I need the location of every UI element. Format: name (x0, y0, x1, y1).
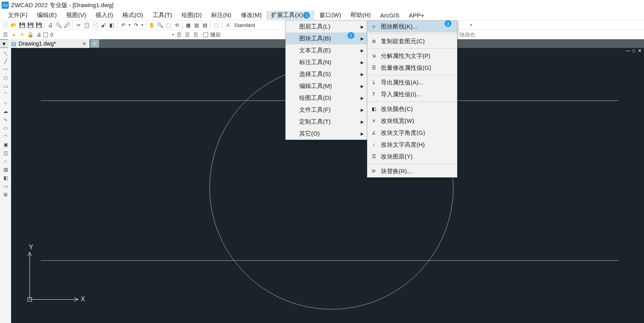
redo-drop-icon[interactable]: ▼ (140, 21, 144, 29)
submenu-change-height[interactable]: ↕改块文字高度(H) (367, 139, 457, 151)
layer-iso-icon[interactable]: ☲ (192, 31, 200, 39)
layer-mgr-icon[interactable]: ☲ (2, 31, 10, 39)
zoom-rt-icon[interactable]: 🔍 (156, 21, 164, 29)
menu-file-tools[interactable]: 文件工具(F)▶ (286, 104, 367, 116)
circle-icon[interactable]: ○ (2, 99, 9, 107)
find-icon[interactable]: 🔎 (63, 21, 71, 29)
menu-other-tools[interactable]: 其它(O)▶ (286, 128, 367, 140)
print-layer-icon[interactable]: 🖨 (35, 31, 43, 39)
zoom-prev-icon[interactable]: ⟲ (173, 21, 181, 29)
brush-icon[interactable]: 🖌 (99, 21, 107, 29)
sun-icon[interactable]: ☀ (18, 31, 26, 39)
revcloud-icon[interactable]: ☁ (2, 108, 9, 115)
menu-format[interactable]: 格式(O) (118, 11, 148, 20)
menu-edit[interactable]: 编辑(E) (32, 11, 61, 20)
arc-icon[interactable]: ⌒ (2, 91, 9, 98)
tab-menu-icon[interactable]: ▾ (0, 40, 8, 48)
maximize-icon[interactable]: □ (633, 48, 635, 55)
minimize-icon[interactable]: — (625, 48, 630, 55)
save-icon[interactable]: 💾 (18, 21, 26, 29)
redo-icon[interactable]: ↷ (132, 21, 140, 29)
saveall-icon[interactable]: 💾 (27, 21, 34, 29)
match-icon[interactable]: ◧ (108, 21, 116, 29)
plot-preview-icon[interactable]: 🔍 (55, 21, 63, 29)
table-icon[interactable]: ⊞ (2, 191, 9, 198)
submenu-copy-nested[interactable]: ⧉复制嵌套图元(C) (367, 35, 457, 47)
menu-draw[interactable]: 绘图(D) (177, 11, 206, 20)
menu-window[interactable]: 窗口(W) (315, 11, 346, 20)
layer-prev-icon[interactable]: ☲ (175, 31, 183, 39)
menu-dim[interactable]: 标注(N) (206, 11, 236, 20)
submenu-explode-attr[interactable]: ⇲分解属性为文字(P) (367, 50, 457, 62)
saveas-icon[interactable]: 💾 (35, 21, 43, 29)
pan-icon[interactable]: ✋ (148, 21, 156, 29)
spline-icon[interactable]: ∿ (2, 116, 9, 123)
submenu-block-break[interactable]: ⊹图块断线(K)...3 (367, 21, 457, 32)
open-icon[interactable]: 📂 (10, 21, 18, 29)
block-icon[interactable]: ▣ (2, 141, 9, 148)
menu-custom-tools[interactable]: 定制工具(T)▶ (286, 116, 367, 128)
menu-arcgis[interactable]: ArcGIS (375, 11, 404, 19)
menu-help[interactable]: 帮助(H) (346, 11, 375, 20)
region-icon[interactable]: ▭ (2, 183, 9, 190)
bulb-on-icon[interactable]: ● (10, 31, 18, 39)
make-block-icon[interactable]: ◫ (2, 149, 9, 157)
toolpal-icon[interactable]: ▤ (201, 21, 209, 29)
submenu-change-color[interactable]: ◧改块颜色(C) (367, 103, 457, 115)
ellipse-arc-icon[interactable]: ◠ (2, 133, 9, 140)
menu-ext-tools[interactable]: 扩展工具(X)1 (266, 11, 315, 20)
menu-edit-tools[interactable]: 编辑工具(M)▶ (286, 80, 367, 92)
menu-dim-tools[interactable]: 标注工具(N)▶ (286, 56, 367, 68)
paste-icon[interactable]: 📄 (91, 21, 99, 29)
close-icon[interactable]: ✕ (82, 41, 86, 47)
submenu-batch-attr[interactable]: ☰批量修改属性值(G) (367, 62, 457, 74)
layer-dropdown[interactable]: 0 (48, 31, 171, 38)
line-icon[interactable]: ＼ (2, 50, 9, 57)
new-icon[interactable]: 📄 (2, 21, 10, 29)
bycolor-dropdown[interactable]: 随颜色 (458, 31, 489, 39)
menu-insert[interactable]: 插入(I) (91, 11, 118, 20)
menu-layer-tools[interactable]: 图层工具(L)▶ (286, 21, 367, 32)
undo-drop-icon[interactable]: ▼ (128, 21, 132, 29)
submenu-change-layer[interactable]: ☲改块图层(Y) (367, 151, 457, 162)
rect-icon[interactable]: ▭ (2, 83, 9, 90)
color-dropdown[interactable]: 随层 (208, 31, 268, 39)
undo-icon[interactable]: ↶ (119, 21, 127, 29)
calc-icon[interactable]: ⬚ (212, 21, 220, 29)
menu-select-tools[interactable]: 选择工具(S)▶ (286, 68, 367, 80)
cut-icon[interactable]: ✂ (75, 21, 82, 29)
menu-block-tools[interactable]: 图块工具(B)2▶ (286, 32, 367, 44)
new-tab-button[interactable]: ＋ (90, 40, 99, 48)
submenu-export-attr[interactable]: ⤓导出属性值(A)... (367, 76, 457, 88)
copy-icon[interactable]: 📋 (83, 21, 91, 29)
ellipse-icon[interactable]: ⬭ (2, 124, 9, 132)
hatch-icon[interactable]: ▨ (2, 166, 9, 173)
menu-file[interactable]: 文件(F) (3, 11, 32, 20)
xline-icon[interactable]: ╱ (2, 58, 9, 65)
menu-app[interactable]: APP+ (404, 11, 429, 19)
text-style-icon[interactable]: A (224, 21, 232, 29)
point-icon[interactable]: ∴ (2, 158, 9, 165)
menu-modify[interactable]: 修改(M) (236, 11, 267, 20)
zoom-win-icon[interactable]: ⬚ (164, 21, 172, 29)
menu-view[interactable]: 视图(V) (61, 11, 91, 20)
polygon-icon[interactable]: ⬠ (2, 75, 9, 82)
menu-draw-tools[interactable]: 绘图工具(D)▶ (286, 92, 367, 104)
gradient-icon[interactable]: ◧ (2, 174, 9, 182)
chevron-down-icon[interactable]: ▼ (172, 33, 175, 36)
polyline-icon[interactable]: 〰 (2, 66, 9, 73)
dc-icon[interactable]: ▥ (193, 21, 201, 29)
unlock-icon[interactable]: 🔓 (27, 31, 34, 39)
submenu-change-lw[interactable]: ≡改块线宽(W) (367, 115, 457, 127)
submenu-replace[interactable]: ⟳块替换(R)... (367, 165, 457, 177)
props-icon[interactable]: ▦ (184, 21, 192, 29)
layer-walk-icon[interactable]: ☲ (183, 31, 191, 39)
submenu-change-angle[interactable]: ∠改块文字角度(G) (367, 127, 457, 139)
close-viewport-icon[interactable]: ✕ (638, 48, 642, 55)
menu-tools[interactable]: 工具(T) (148, 11, 177, 20)
submenu-import-attr[interactable]: ⤒导入属性值(I)... (367, 88, 457, 100)
print-icon[interactable]: 🖨 (46, 21, 54, 29)
document-tab[interactable]: ▤ Drawing1.dwg* ✕ (8, 39, 90, 48)
menu-text-tools[interactable]: 文本工具(E)▶ (286, 44, 367, 56)
chevron-down-icon[interactable]: ▼ (470, 23, 473, 27)
